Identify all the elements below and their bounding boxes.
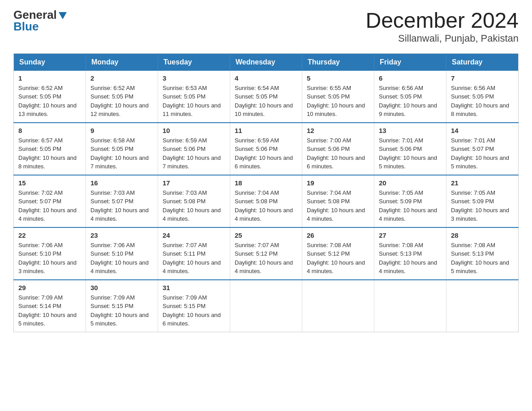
weekday-tuesday: Tuesday — [158, 53, 230, 71]
day-info: Sunrise: 7:06 AMSunset: 5:10 PMDaylight:… — [18, 241, 81, 276]
weekday-sunday: Sunday — [14, 53, 86, 71]
day-number: 12 — [307, 127, 369, 134]
day-cell-23: 23Sunrise: 7:06 AMSunset: 5:10 PMDayligh… — [86, 227, 158, 280]
day-number: 6 — [379, 74, 442, 82]
week-row-4: 22Sunrise: 7:06 AMSunset: 5:10 PMDayligh… — [14, 227, 519, 280]
day-number: 31 — [163, 284, 225, 291]
day-number: 23 — [90, 231, 153, 239]
day-cell-8: 8Sunrise: 6:57 AMSunset: 5:05 PMDaylight… — [14, 123, 86, 175]
day-cell-15: 15Sunrise: 7:02 AMSunset: 5:07 PMDayligh… — [14, 175, 86, 227]
day-cell-9: 9Sunrise: 6:58 AMSunset: 5:05 PMDaylight… — [86, 123, 158, 175]
weekday-thursday: Thursday — [302, 53, 374, 71]
day-number: 14 — [451, 127, 514, 134]
day-cell-12: 12Sunrise: 7:00 AMSunset: 5:06 PMDayligh… — [302, 123, 374, 175]
day-cell-4: 4Sunrise: 6:54 AMSunset: 5:05 PMDaylight… — [230, 71, 302, 123]
day-info: Sunrise: 7:09 AMSunset: 5:15 PMDaylight:… — [163, 293, 225, 328]
day-number: 26 — [307, 231, 369, 239]
day-cell-27: 27Sunrise: 7:08 AMSunset: 5:13 PMDayligh… — [374, 227, 446, 280]
day-info: Sunrise: 7:09 AMSunset: 5:14 PMDaylight:… — [18, 293, 81, 328]
day-number: 2 — [90, 74, 153, 82]
day-info: Sunrise: 6:56 AMSunset: 5:05 PMDaylight:… — [379, 84, 442, 119]
day-info: Sunrise: 7:08 AMSunset: 5:13 PMDaylight:… — [451, 241, 514, 276]
day-cell-5: 5Sunrise: 6:55 AMSunset: 5:05 PMDaylight… — [302, 71, 374, 123]
day-info: Sunrise: 6:57 AMSunset: 5:05 PMDaylight:… — [18, 136, 81, 171]
empty-cell-w4-4 — [302, 280, 374, 332]
day-number: 13 — [379, 127, 442, 134]
day-cell-2: 2Sunrise: 6:52 AMSunset: 5:05 PMDaylight… — [86, 71, 158, 123]
svg-marker-0 — [59, 12, 67, 19]
day-number: 19 — [307, 179, 369, 187]
day-cell-21: 21Sunrise: 7:05 AMSunset: 5:09 PMDayligh… — [446, 175, 519, 227]
week-row-1: 1Sunrise: 6:52 AMSunset: 5:05 PMDaylight… — [14, 71, 519, 123]
location-title: Sillanwali, Punjab, Pakistan — [365, 33, 519, 44]
day-info: Sunrise: 7:09 AMSunset: 5:15 PMDaylight:… — [90, 293, 153, 328]
day-info: Sunrise: 7:05 AMSunset: 5:09 PMDaylight:… — [379, 188, 442, 223]
day-cell-6: 6Sunrise: 6:56 AMSunset: 5:05 PMDaylight… — [374, 71, 446, 123]
day-cell-16: 16Sunrise: 7:03 AMSunset: 5:07 PMDayligh… — [86, 175, 158, 227]
day-cell-1: 1Sunrise: 6:52 AMSunset: 5:05 PMDaylight… — [14, 71, 86, 123]
day-info: Sunrise: 7:05 AMSunset: 5:09 PMDaylight:… — [451, 188, 514, 223]
weekday-saturday: Saturday — [446, 53, 519, 71]
day-cell-22: 22Sunrise: 7:06 AMSunset: 5:10 PMDayligh… — [14, 227, 86, 280]
page-header: General Blue December 2024 Sillanwali, P… — [13, 9, 519, 44]
weekday-monday: Monday — [86, 53, 158, 71]
day-cell-17: 17Sunrise: 7:03 AMSunset: 5:08 PMDayligh… — [158, 175, 230, 227]
day-number: 15 — [18, 179, 81, 187]
day-number: 9 — [90, 127, 153, 134]
day-cell-29: 29Sunrise: 7:09 AMSunset: 5:14 PMDayligh… — [14, 280, 86, 332]
day-info: Sunrise: 7:08 AMSunset: 5:13 PMDaylight:… — [379, 241, 442, 276]
day-number: 28 — [451, 231, 514, 239]
day-number: 25 — [235, 231, 297, 239]
day-info: Sunrise: 7:01 AMSunset: 5:06 PMDaylight:… — [379, 136, 442, 171]
day-info: Sunrise: 7:03 AMSunset: 5:08 PMDaylight:… — [163, 188, 225, 223]
logo-triangle-icon — [58, 10, 68, 20]
day-number: 27 — [379, 231, 442, 239]
month-title: December 2024 — [365, 9, 519, 33]
day-info: Sunrise: 6:56 AMSunset: 5:05 PMDaylight:… — [451, 84, 514, 119]
day-number: 1 — [18, 74, 81, 82]
empty-cell-w4-5 — [374, 280, 446, 332]
weekday-header-row: SundayMondayTuesdayWednesdayThursdayFrid… — [14, 53, 519, 71]
day-number: 11 — [235, 127, 297, 134]
weekday-wednesday: Wednesday — [230, 53, 302, 71]
day-number: 21 — [451, 179, 514, 187]
day-cell-25: 25Sunrise: 7:07 AMSunset: 5:12 PMDayligh… — [230, 227, 302, 280]
day-info: Sunrise: 6:53 AMSunset: 5:05 PMDaylight:… — [163, 84, 225, 119]
day-info: Sunrise: 7:07 AMSunset: 5:12 PMDaylight:… — [235, 241, 297, 276]
day-number: 8 — [18, 127, 81, 134]
day-info: Sunrise: 7:04 AMSunset: 5:08 PMDaylight:… — [307, 188, 369, 223]
day-number: 18 — [235, 179, 297, 187]
day-info: Sunrise: 7:02 AMSunset: 5:07 PMDaylight:… — [18, 188, 81, 223]
day-cell-18: 18Sunrise: 7:04 AMSunset: 5:08 PMDayligh… — [230, 175, 302, 227]
calendar-table: SundayMondayTuesdayWednesdayThursdayFrid… — [13, 53, 519, 332]
day-number: 4 — [235, 74, 297, 82]
day-number: 30 — [90, 284, 153, 291]
day-info: Sunrise: 6:52 AMSunset: 5:05 PMDaylight:… — [18, 84, 81, 119]
day-number: 22 — [18, 231, 81, 239]
day-number: 17 — [163, 179, 225, 187]
day-number: 24 — [163, 231, 225, 239]
day-cell-20: 20Sunrise: 7:05 AMSunset: 5:09 PMDayligh… — [374, 175, 446, 227]
week-row-3: 15Sunrise: 7:02 AMSunset: 5:07 PMDayligh… — [14, 175, 519, 227]
day-number: 5 — [307, 74, 369, 82]
logo-general-text: General — [13, 9, 57, 21]
day-cell-11: 11Sunrise: 6:59 AMSunset: 5:06 PMDayligh… — [230, 123, 302, 175]
day-info: Sunrise: 7:03 AMSunset: 5:07 PMDaylight:… — [90, 188, 153, 223]
day-info: Sunrise: 6:54 AMSunset: 5:05 PMDaylight:… — [235, 84, 297, 119]
empty-cell-w4-3 — [230, 280, 302, 332]
title-area: December 2024 Sillanwali, Punjab, Pakist… — [365, 9, 519, 44]
day-info: Sunrise: 7:07 AMSunset: 5:11 PMDaylight:… — [163, 241, 225, 276]
day-info: Sunrise: 7:01 AMSunset: 5:07 PMDaylight:… — [451, 136, 514, 171]
week-row-2: 8Sunrise: 6:57 AMSunset: 5:05 PMDaylight… — [14, 123, 519, 175]
logo: General Blue — [13, 9, 68, 32]
day-cell-7: 7Sunrise: 6:56 AMSunset: 5:05 PMDaylight… — [446, 71, 519, 123]
day-number: 16 — [90, 179, 153, 187]
day-info: Sunrise: 7:08 AMSunset: 5:12 PMDaylight:… — [307, 241, 369, 276]
day-info: Sunrise: 6:58 AMSunset: 5:05 PMDaylight:… — [90, 136, 153, 171]
weekday-friday: Friday — [374, 53, 446, 71]
day-cell-30: 30Sunrise: 7:09 AMSunset: 5:15 PMDayligh… — [86, 280, 158, 332]
day-cell-19: 19Sunrise: 7:04 AMSunset: 5:08 PMDayligh… — [302, 175, 374, 227]
day-number: 3 — [163, 74, 225, 82]
day-cell-26: 26Sunrise: 7:08 AMSunset: 5:12 PMDayligh… — [302, 227, 374, 280]
day-cell-13: 13Sunrise: 7:01 AMSunset: 5:06 PMDayligh… — [374, 123, 446, 175]
